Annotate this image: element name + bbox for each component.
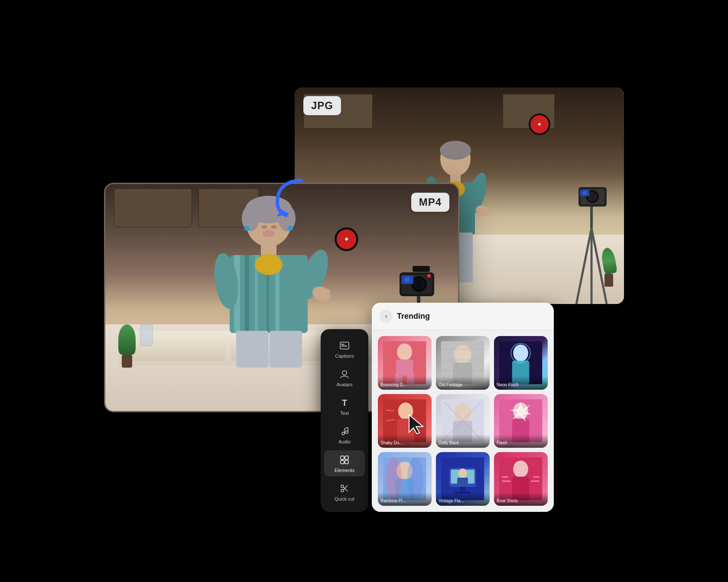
svg-rect-121 (460, 487, 465, 492)
conversion-arrow (273, 178, 308, 217)
svg-point-40 (255, 254, 283, 275)
svg-rect-128 (533, 476, 540, 478)
audio-label: Audio (338, 439, 351, 444)
glass-decor (140, 324, 153, 346)
svg-point-1 (440, 141, 471, 160)
svg-point-51 (416, 281, 422, 288)
mp4-badge: MP4 (411, 193, 449, 212)
svg-rect-19 (590, 207, 593, 228)
svg-point-67 (342, 432, 344, 435)
svg-point-68 (345, 431, 348, 433)
trending-grid: Bouncing G... Old Footage (372, 330, 554, 512)
svg-point-18 (582, 191, 587, 195)
trending-title: Trending (397, 312, 430, 321)
effect-label-flash: Flash (494, 434, 548, 448)
plant-front (118, 324, 136, 368)
svg-rect-64 (341, 344, 344, 345)
menu-item-captions[interactable]: Captions (324, 336, 365, 362)
effect-label-rainbow: Rainbow Fl... (378, 492, 432, 506)
main-scene: ✦ (104, 53, 624, 529)
svg-point-16 (590, 194, 595, 199)
back-button[interactable]: ‹ (380, 310, 393, 323)
captions-icon (338, 340, 351, 352)
svg-point-31 (271, 225, 277, 229)
fan-back: ✦ (529, 113, 550, 135)
svg-point-32 (263, 230, 275, 237)
effect-old-footage[interactable]: Old Footage (436, 336, 490, 390)
woman-figure-front (204, 194, 334, 368)
effect-label-beat: Beat Shots (494, 492, 548, 506)
cabinet-left-front (114, 188, 192, 227)
svg-rect-129 (531, 481, 540, 482)
effect-label-dolly: Dolly Back (436, 434, 490, 448)
trending-panel: ‹ Trending Bouncing G... (372, 303, 554, 512)
svg-rect-65 (341, 346, 347, 346)
effect-rainbow[interactable]: Rainbow Fl... (378, 452, 432, 506)
svg-rect-120 (458, 478, 468, 485)
menu-item-avatars[interactable]: Avatars (324, 365, 365, 391)
menu-item-quickcut[interactable]: Quick cut (324, 479, 365, 505)
avatars-label: Avatars (336, 382, 352, 387)
svg-point-30 (261, 225, 267, 229)
effect-dolly[interactable]: Dolly Back (436, 394, 490, 448)
svg-point-101 (454, 403, 471, 423)
svg-point-119 (458, 469, 467, 478)
svg-rect-82 (396, 360, 413, 376)
menu-item-elements[interactable]: Elements (324, 450, 365, 476)
svg-marker-130 (409, 415, 423, 434)
trending-header: ‹ Trending (372, 303, 554, 330)
svg-line-20 (576, 228, 592, 304)
svg-line-71 (344, 427, 348, 429)
effect-beat-shots[interactable]: Beat Shots (494, 452, 548, 506)
elements-label: Elements (335, 468, 354, 473)
elements-icon (338, 454, 351, 466)
audio-icon (338, 425, 351, 437)
effect-label-shaky: Shaky Do... (378, 434, 432, 448)
svg-rect-75 (345, 460, 348, 464)
svg-point-28 (244, 226, 250, 231)
text-label: Text (340, 411, 349, 416)
text-icon: T (338, 397, 351, 409)
mouse-cursor (407, 413, 425, 434)
effect-neon[interactable]: Neon Flash (494, 336, 548, 390)
captions-label: Captions (335, 353, 354, 359)
quickcut-icon (338, 482, 351, 495)
menu-item-text[interactable]: T Text (324, 393, 365, 419)
effect-label-vintage: Vintage Fla... (436, 492, 490, 506)
effect-flash[interactable]: Flash (494, 394, 548, 448)
effect-label-bouncing: Bouncing G... (378, 376, 432, 390)
svg-point-66 (342, 371, 347, 375)
svg-point-54 (427, 274, 431, 278)
svg-rect-55 (413, 266, 430, 272)
svg-point-86 (454, 345, 471, 365)
svg-rect-72 (341, 456, 344, 459)
phone-menu: Captions Avatars T Text Audio Elements (321, 329, 368, 512)
svg-rect-126 (502, 476, 509, 478)
svg-point-26 (242, 205, 259, 231)
svg-point-124 (514, 461, 529, 478)
svg-rect-127 (502, 481, 511, 482)
effect-vintage[interactable]: Vintage Fla... (436, 452, 490, 506)
svg-rect-73 (345, 456, 348, 459)
svg-rect-45 (236, 331, 269, 368)
menu-item-audio[interactable]: Audio (324, 422, 365, 448)
quickcut-label: Quick cut (335, 496, 354, 501)
effect-bouncing[interactable]: Bouncing G... (378, 336, 432, 390)
plant-back (598, 248, 620, 287)
svg-point-29 (288, 226, 293, 231)
svg-point-81 (397, 343, 413, 361)
svg-point-53 (404, 277, 410, 283)
svg-rect-74 (341, 460, 344, 464)
avatars-icon (338, 368, 351, 380)
svg-point-92 (514, 345, 529, 362)
effect-label-old: Old Footage (436, 376, 490, 390)
svg-rect-36 (245, 255, 249, 333)
jpg-badge: JPG (303, 96, 341, 115)
effect-label-neon: Neon Flash (494, 376, 548, 390)
fan-front: ✦ (335, 227, 358, 251)
svg-rect-46 (270, 331, 302, 368)
